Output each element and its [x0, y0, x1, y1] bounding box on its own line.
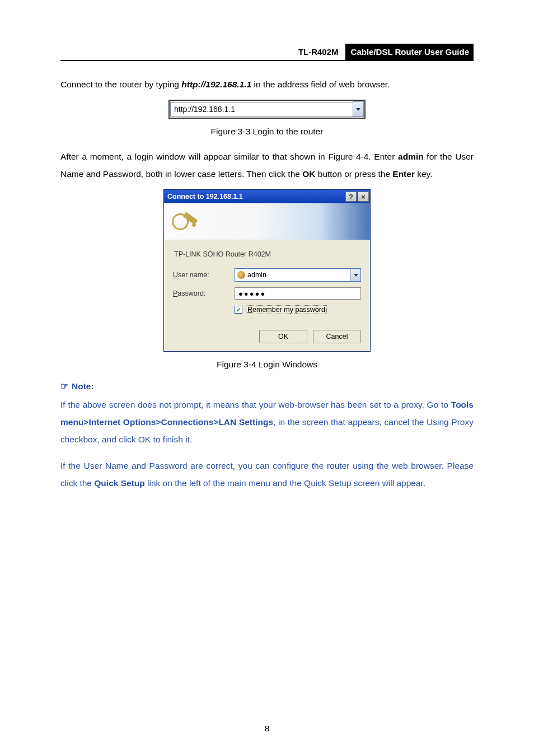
keys-icon [170, 208, 198, 236]
note2-post: link on the left of the main menu and th… [145, 478, 425, 488]
address-dropdown-icon[interactable] [353, 101, 364, 117]
after-enter: Enter [392, 169, 415, 179]
realm-label: TP-LINK SOHO Router R402M [174, 250, 361, 258]
figure-3-3-caption: Figure 3-3 Login to the router [60, 127, 474, 137]
page-number: 8 [0, 724, 534, 734]
login-dialog: Connect to 192.168.1.1 ? × TP-LINK SOHO … [163, 189, 371, 352]
cancel-button[interactable]: Cancel [313, 330, 361, 343]
note-heading-text: Note: [72, 381, 94, 391]
note-paragraph-1: If the above screen does not prompt, it … [60, 396, 474, 448]
password-row: Password: ●●●●● [173, 287, 361, 300]
dialog-title: Connect to 192.168.1.1 [167, 193, 344, 200]
close-icon[interactable]: × [358, 192, 369, 202]
figure-3-4: Connect to 192.168.1.1 ? × TP-LINK SOHO … [60, 189, 474, 352]
after-admin: admin [398, 152, 424, 161]
username-label: User name: [173, 271, 235, 279]
header-model: TL-R402M [292, 44, 345, 60]
remember-checkbox[interactable]: ✓ [235, 306, 242, 314]
password-label: Password: [173, 290, 235, 297]
intro-pre: Connect to the router by typing [60, 80, 181, 89]
intro-post: in the address field of web browser. [251, 80, 390, 89]
intro-url: http://192.168.1.1 [181, 80, 251, 89]
note2-bold: Quick Setup [94, 478, 144, 488]
help-icon[interactable]: ? [345, 192, 357, 202]
browser-address-bar: http://192.168.1.1 [168, 100, 366, 119]
note-heading: ☞Note: [60, 381, 474, 391]
note1-pre: If the above screen does not prompt, it … [60, 400, 451, 409]
figure-3-3: http://192.168.1.1 [60, 100, 474, 119]
after-paragraph: After a moment, a login window will appe… [60, 148, 474, 183]
pointer-icon: ☞ [60, 381, 68, 391]
address-input[interactable]: http://192.168.1.1 [170, 102, 353, 116]
after-4: key. [415, 169, 433, 179]
remember-row: ✓ Remember my password [235, 305, 361, 314]
dialog-buttons: OK Cancel [173, 330, 361, 343]
intro-paragraph: Connect to the router by typing http://1… [60, 76, 474, 93]
note-paragraph-2: If the User Name and Password are correc… [60, 457, 474, 492]
dialog-titlebar: Connect to 192.168.1.1 ? × [164, 190, 370, 203]
username-row: User name: admin [173, 268, 361, 282]
username-field[interactable]: admin [235, 268, 361, 282]
page-header: TL-R402M Cable/DSL Router User Guide [60, 44, 474, 61]
dialog-banner [164, 203, 370, 240]
ok-button[interactable]: OK [259, 330, 307, 343]
dialog-body: TP-LINK SOHO Router R402M User name: adm… [164, 240, 370, 351]
figure-3-4-caption: Figure 3-4 Login Windows [60, 360, 474, 370]
after-ok: OK [302, 169, 315, 179]
username-value: admin [247, 271, 350, 279]
after-1: After a moment, a login window will appe… [60, 152, 398, 161]
after-3: button or press the [315, 169, 392, 179]
user-icon [237, 271, 245, 279]
password-field[interactable]: ●●●●● [235, 287, 361, 300]
chevron-down-icon[interactable] [350, 269, 360, 281]
header-guide: Cable/DSL Router User Guide [345, 44, 474, 60]
remember-label: Remember my password [246, 305, 327, 314]
